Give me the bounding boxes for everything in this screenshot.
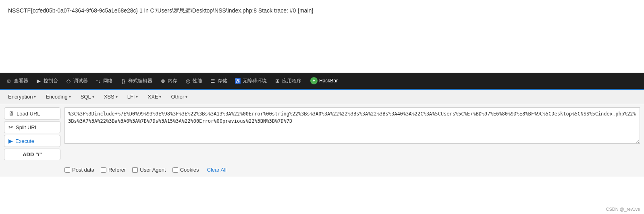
devtools-item-performance[interactable]: ◎ 性能 — [181, 76, 206, 86]
devtools-item-hackbar[interactable]: H HackBar — [307, 76, 341, 86]
menu-encryption-label: Encryption — [8, 94, 33, 100]
devtools-label-network: 网络 — [103, 78, 113, 84]
top-content-area: NSSCTF{ccfed05b-0a07-4364-9f68-9c5a1e68e… — [0, 0, 644, 73]
devtools-item-storage[interactable]: ☰ 存储 — [206, 76, 231, 86]
devtools-item-accessibility[interactable]: ♿ 无障碍环境 — [231, 76, 270, 86]
url-textarea[interactable]: %3C%3F%3Dinclude+%7E%D0%99%93%9E%98%3F%3… — [64, 107, 640, 144]
inspector-icon: ⎚ — [6, 78, 12, 84]
network-icon: ↑↓ — [95, 78, 102, 84]
menu-encryption[interactable]: Encryption ▾ — [4, 92, 40, 101]
split-url-label: Split URL — [16, 124, 38, 130]
add-slash-label: ADD "/" — [23, 151, 42, 157]
devtools-item-memory[interactable]: ⊗ 内存 — [156, 76, 181, 86]
xxe-chevron-icon: ▾ — [159, 94, 161, 99]
devtools-label-style-editor: 样式编辑器 — [128, 78, 152, 84]
clear-all-label: Clear All — [207, 167, 226, 173]
url-input-area: %3C%3F%3Dinclude+%7E%D0%99%93%9E%98%3F%3… — [64, 107, 640, 145]
devtools-item-inspector[interactable]: ⎚ 查看器 — [2, 76, 31, 86]
post-data-label: Post data — [72, 167, 94, 173]
encryption-chevron-icon: ▾ — [34, 94, 36, 99]
devtools-label-storage: 存储 — [218, 78, 227, 84]
menu-other[interactable]: Other ▾ — [167, 92, 191, 101]
cookies-checkbox-label[interactable]: Cookies — [172, 167, 199, 173]
style-editor-icon: {} — [120, 78, 127, 84]
referer-checkbox[interactable] — [101, 167, 106, 173]
sql-chevron-icon: ▾ — [92, 94, 94, 99]
debugger-icon: ◇ — [65, 78, 72, 84]
watermark: CSDN @_rev1ve — [606, 207, 640, 212]
add-slash-button[interactable]: ADD "/" — [4, 149, 60, 160]
execute-label: Execute — [15, 138, 34, 144]
referer-checkbox-label[interactable]: Referer — [101, 167, 126, 173]
load-url-button[interactable]: 🖥 Load URL — [4, 107, 60, 120]
menu-xxe-label: XXE — [147, 94, 158, 100]
user-agent-checkbox[interactable] — [132, 167, 138, 173]
devtools-item-application[interactable]: ⊞ 应用程序 — [271, 76, 305, 86]
split-url-icon: ✂ — [8, 124, 13, 130]
menu-xss-label: XSS — [104, 94, 114, 100]
other-chevron-icon: ▾ — [185, 94, 187, 99]
post-data-checkbox[interactable] — [64, 167, 70, 173]
cookies-label: Cookies — [180, 167, 199, 173]
hackbar-menu: Encryption ▾ Encoding ▾ SQL ▾ XSS ▾ LFI … — [0, 90, 644, 104]
devtools-item-debugger[interactable]: ◇ 调试器 — [62, 76, 91, 86]
xss-chevron-icon: ▾ — [116, 94, 118, 99]
devtools-item-style-editor[interactable]: {} 样式编辑器 — [117, 76, 156, 86]
devtools-label-hackbar: HackBar — [319, 78, 338, 84]
accessibility-icon: ♿ — [235, 78, 241, 84]
post-data-checkbox-label[interactable]: Post data — [64, 167, 94, 173]
menu-encoding[interactable]: Encoding ▾ — [42, 92, 75, 101]
menu-other-label: Other — [171, 94, 184, 100]
menu-lfi[interactable]: LFI ▾ — [123, 92, 142, 101]
devtools-label-performance: 性能 — [193, 78, 202, 84]
devtools-label-accessibility: 无障碍环境 — [243, 78, 267, 84]
encoding-chevron-icon: ▾ — [69, 94, 71, 99]
console-icon: ▶ — [35, 78, 42, 84]
menu-xss[interactable]: XSS ▾ — [100, 92, 122, 101]
devtools-bar: ⎚ 查看器 ▶ 控制台 ◇ 调试器 ↑↓ 网络 {} 样式编辑器 ⊗ 内存 ◎ … — [0, 73, 644, 90]
hackbar-logo-icon: H — [310, 77, 318, 84]
menu-xxe[interactable]: XXE ▾ — [143, 92, 165, 101]
devtools-label-console: 控制台 — [44, 78, 58, 84]
flag-text: NSSCTF{ccfed05b-0a07-4364-9f68-9c5a1e68e… — [8, 7, 314, 14]
application-icon: ⊞ — [274, 78, 280, 84]
devtools-label-memory: 内存 — [168, 78, 177, 84]
referer-label: Referer — [108, 167, 126, 173]
hackbar-main: 🖥 Load URL ✂ Split URL ▶ Execute ADD "/"… — [0, 104, 644, 164]
load-url-label: Load URL — [17, 111, 40, 117]
cookies-checkbox[interactable] — [172, 167, 178, 173]
hackbar-buttons-panel: 🖥 Load URL ✂ Split URL ▶ Execute ADD "/" — [4, 107, 60, 160]
memory-icon: ⊗ — [160, 78, 166, 84]
devtools-label-debugger: 调试器 — [73, 78, 88, 84]
menu-sql-label: SQL — [81, 94, 91, 100]
devtools-item-console[interactable]: ▶ 控制台 — [32, 76, 61, 86]
user-agent-label: User Agent — [140, 167, 166, 173]
load-url-icon: 🖥 — [8, 110, 14, 117]
hackbar-bottom-bar: Post data Referer User Agent Cookies Cle… — [0, 164, 644, 177]
devtools-item-network[interactable]: ↑↓ 网络 — [92, 76, 116, 86]
storage-icon: ☰ — [210, 78, 216, 84]
clear-all-button[interactable]: Clear All — [206, 166, 228, 174]
menu-encoding-label: Encoding — [46, 94, 67, 100]
hackbar-panel: Encryption ▾ Encoding ▾ SQL ▾ XSS ▾ LFI … — [0, 90, 644, 177]
split-url-button[interactable]: ✂ Split URL — [4, 121, 60, 133]
execute-icon: ▶ — [8, 138, 13, 144]
performance-icon: ◎ — [185, 78, 191, 84]
devtools-label-inspector: 查看器 — [14, 78, 28, 84]
menu-lfi-label: LFI — [127, 94, 135, 100]
menu-sql[interactable]: SQL ▾ — [77, 92, 98, 101]
devtools-label-application: 应用程序 — [282, 78, 301, 84]
user-agent-checkbox-label[interactable]: User Agent — [132, 167, 166, 173]
execute-button[interactable]: ▶ Execute — [4, 135, 60, 147]
lfi-chevron-icon: ▾ — [136, 94, 138, 99]
